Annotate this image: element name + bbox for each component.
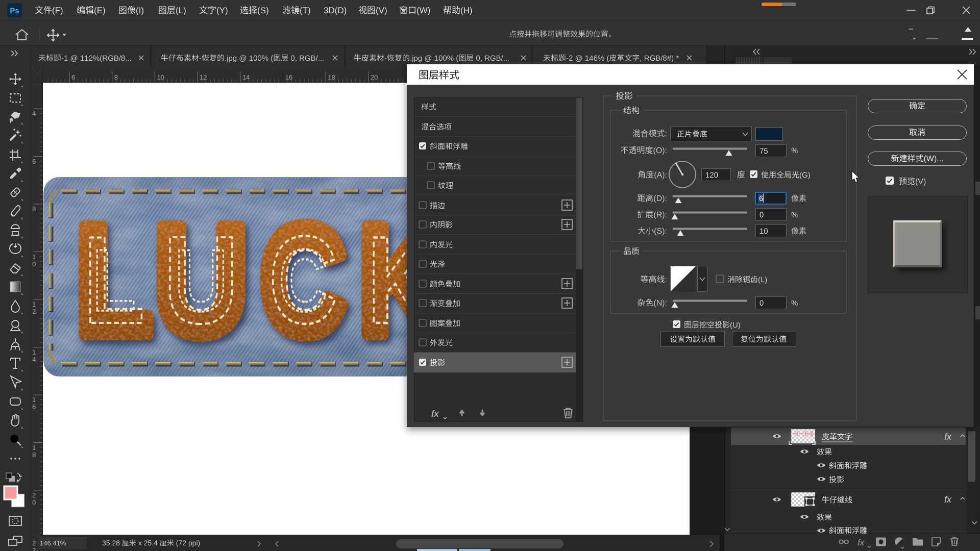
svg-text:6: 6 bbox=[32, 158, 36, 165]
svg-text:2: 2 bbox=[32, 491, 36, 499]
svg-text:1: 1 bbox=[32, 253, 36, 261]
svg-text:1: 1 bbox=[32, 348, 36, 356]
svg-text:0: 0 bbox=[32, 498, 36, 506]
svg-text:C: C bbox=[279, 231, 328, 330]
svg-text:0: 0 bbox=[32, 260, 36, 268]
svg-text:8: 8 bbox=[32, 205, 36, 213]
svg-text:6: 6 bbox=[32, 403, 36, 411]
svg-text:1: 1 bbox=[32, 300, 36, 308]
svg-text:2: 2 bbox=[32, 546, 36, 551]
svg-text:2: 2 bbox=[32, 539, 36, 547]
svg-text:1: 1 bbox=[32, 444, 36, 452]
svg-text:4: 4 bbox=[32, 110, 36, 117]
svg-text:2: 2 bbox=[32, 308, 36, 315]
svg-text:8: 8 bbox=[114, 73, 118, 81]
svg-text:1: 1 bbox=[32, 396, 36, 404]
svg-text:4: 4 bbox=[32, 356, 36, 363]
svg-text:8: 8 bbox=[32, 451, 36, 459]
svg-text:L: L bbox=[92, 231, 136, 330]
svg-text:U: U bbox=[175, 231, 228, 330]
svg-text:6: 6 bbox=[71, 73, 75, 81]
